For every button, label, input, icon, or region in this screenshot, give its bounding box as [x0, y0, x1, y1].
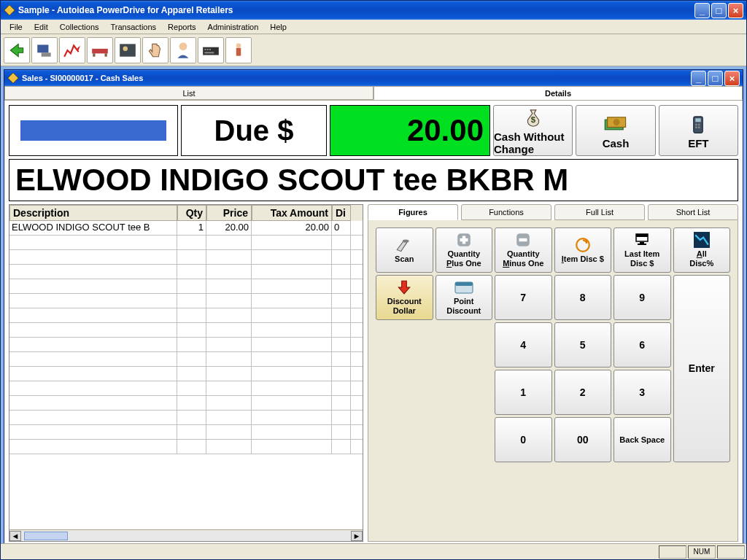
toolbar-product-button[interactable]: [87, 37, 113, 63]
menu-edit[interactable]: Edit: [28, 21, 54, 33]
table-row[interactable]: [9, 279, 363, 294]
table-row[interactable]: [9, 323, 363, 338]
monitor-icon: [633, 232, 651, 248]
toolbar-person-button[interactable]: [170, 37, 196, 63]
table-row[interactable]: [9, 367, 363, 381]
sales-minimize-button[interactable]: _: [691, 71, 706, 86]
col-qty[interactable]: Qty: [177, 205, 206, 221]
tab-details[interactable]: Details: [374, 86, 743, 100]
discount-dollar-button[interactable]: Discount Dollar: [376, 275, 433, 320]
svg-rect-2: [42, 52, 51, 56]
keypad-4[interactable]: 4: [495, 322, 552, 368]
svg-rect-5: [105, 53, 107, 56]
grid-horizontal-scrollbar[interactable]: ◄ ►: [9, 529, 363, 541]
keypad-0[interactable]: 0: [495, 417, 552, 462]
col-tax-amount[interactable]: Tax Amount: [252, 205, 332, 221]
svg-rect-26: [698, 126, 700, 128]
toolbar-terminal-button[interactable]: [31, 37, 58, 63]
cash-without-change-button[interactable]: $ Cash Without Change: [493, 105, 573, 156]
main-close-button[interactable]: ×: [728, 3, 743, 18]
minus-icon: [515, 232, 531, 248]
sales-maximize-button[interactable]: □: [708, 71, 723, 86]
keypad-enter[interactable]: Enter: [673, 275, 731, 462]
app-icon: [4, 4, 15, 16]
keypad-7[interactable]: 7: [495, 275, 552, 320]
due-indicator-box: [9, 105, 178, 156]
menu-file[interactable]: File: [4, 21, 28, 33]
money-bag-icon: $: [522, 106, 544, 131]
table-row[interactable]: [9, 381, 363, 396]
table-row[interactable]: [9, 338, 363, 352]
keypad-00[interactable]: 00: [554, 417, 612, 462]
table-row[interactable]: ELWOOD INDIGO SCOUT tee B120.0020.000: [9, 221, 363, 236]
scroll-thumb[interactable]: [24, 532, 68, 540]
table-row[interactable]: [9, 308, 363, 323]
col-description[interactable]: Description: [9, 205, 177, 221]
menu-transactions[interactable]: Transactions: [105, 21, 163, 33]
keypad-1[interactable]: 1: [495, 370, 552, 415]
menu-reports[interactable]: Reports: [162, 21, 202, 33]
tab-list[interactable]: List: [4, 86, 374, 100]
toolbar-chart-button[interactable]: [59, 37, 85, 63]
keypad-backspace[interactable]: Back Space: [614, 417, 671, 462]
sales-close-button[interactable]: ×: [724, 71, 740, 86]
keypad-9[interactable]: 9: [614, 275, 671, 320]
qty-plus-button[interactable]: QuantityPlus One: [436, 228, 493, 273]
sales-window-title: Sales - SI00000017 - Cash Sales: [22, 74, 691, 82]
tab-figures[interactable]: Figures: [368, 204, 458, 220]
svg-rect-41: [455, 282, 473, 286]
svg-rect-25: [696, 126, 698, 128]
item-disc-dollar-button[interactable]: Item Disc $: [554, 228, 612, 273]
col-price[interactable]: Price: [206, 205, 252, 221]
table-row[interactable]: [9, 411, 363, 425]
eft-button[interactable]: EFT: [659, 105, 738, 156]
sales-titlebar: Sales - SI00000017 - Cash Sales _ □ ×: [4, 70, 743, 86]
qty-minus-button[interactable]: QuantityMinus One: [495, 228, 552, 273]
toolbar-hand-button[interactable]: [142, 37, 169, 63]
svg-rect-15: [236, 47, 241, 55]
scan-button[interactable]: Scan: [376, 228, 433, 273]
all-disc-percent-button[interactable]: AllDisc%: [673, 228, 731, 273]
due-amount: 20.00: [330, 105, 490, 156]
keypad-6[interactable]: 6: [614, 322, 671, 368]
main-titlebar: Sample - Autoidea PowerDrive for Apparel…: [1, 1, 746, 20]
svg-rect-11: [207, 48, 209, 50]
toolbar-back-button[interactable]: [4, 37, 30, 63]
table-row[interactable]: [9, 236, 363, 250]
keypad-5[interactable]: 5: [554, 322, 612, 368]
keypad-8[interactable]: 8: [554, 275, 612, 320]
eft-terminal-icon: [687, 112, 709, 137]
cash-icon: [603, 112, 628, 137]
svg-rect-38: [638, 244, 646, 245]
toolbar-photo-button[interactable]: [115, 37, 141, 63]
table-row[interactable]: [9, 425, 363, 440]
svg-rect-32: [519, 238, 527, 241]
toolbar-figure-button[interactable]: [225, 37, 252, 63]
cash-button[interactable]: Cash: [576, 105, 655, 156]
svg-rect-9: [203, 47, 219, 55]
scroll-left-arrow[interactable]: ◄: [9, 531, 21, 541]
keypad-3[interactable]: 3: [614, 370, 671, 415]
main-toolbar: [1, 34, 746, 66]
main-maximize-button[interactable]: □: [711, 3, 727, 18]
menu-administration[interactable]: Administration: [202, 21, 265, 33]
toolbar-keyboard-button[interactable]: [198, 37, 224, 63]
table-row[interactable]: [9, 440, 363, 454]
menu-collections[interactable]: Collections: [54, 21, 105, 33]
col-di[interactable]: Di: [332, 205, 351, 221]
status-num: NUM: [688, 545, 716, 559]
main-minimize-button[interactable]: _: [694, 3, 710, 18]
menu-help[interactable]: Help: [264, 21, 293, 33]
table-row[interactable]: [9, 294, 363, 308]
table-row[interactable]: [9, 352, 363, 367]
keypad-2[interactable]: 2: [554, 370, 612, 415]
tab-short-list[interactable]: Short List: [648, 204, 738, 220]
table-row[interactable]: [9, 265, 363, 279]
tab-functions[interactable]: Functions: [461, 204, 551, 220]
point-discount-button[interactable]: Point Discount: [436, 275, 493, 320]
scroll-right-arrow[interactable]: ►: [351, 531, 363, 541]
table-row[interactable]: [9, 250, 363, 265]
table-row[interactable]: [9, 396, 363, 411]
tab-full-list[interactable]: Full List: [554, 204, 645, 220]
last-item-disc-button[interactable]: Last ItemDisc $: [614, 228, 671, 273]
